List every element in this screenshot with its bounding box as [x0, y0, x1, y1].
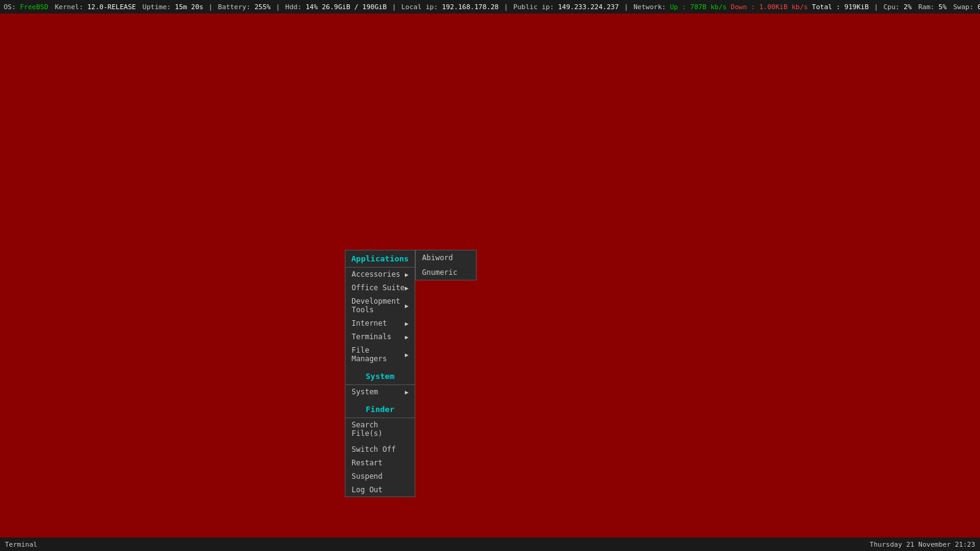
menu-item-search-files[interactable]: Search File(s) [345, 418, 415, 440]
kernel-label: Kernel: [55, 3, 83, 11]
menu-item-terminals[interactable]: Terminals ▶ [345, 330, 415, 343]
arrow-icon: ▶ [405, 320, 409, 327]
uptime-label: Uptime: [143, 3, 171, 11]
arrow-icon: ▶ [405, 389, 409, 395]
switch-off-label: Switch Off [352, 445, 396, 454]
swap-label: Swap: [953, 3, 973, 11]
localip-value: 192.168.178.28 [442, 3, 499, 11]
file-managers-label: File Managers [352, 346, 405, 363]
sep6: | [500, 3, 512, 11]
system-label: System [352, 388, 378, 396]
arrow-icon: ▶ [405, 302, 409, 309]
network-label: Network: [633, 3, 666, 11]
menu-item-accessories[interactable]: Accessories ▶ [345, 268, 415, 281]
publicip-label: Public ip: [513, 3, 554, 11]
abiword-label: Abiword [422, 253, 453, 262]
sep2 [137, 3, 141, 11]
accessories-label: Accessories [352, 270, 400, 279]
arrow-icon: ▶ [405, 271, 409, 278]
taskbar-terminal: Terminal [5, 541, 37, 549]
hdd-label: Hdd: [285, 3, 302, 11]
kernel-value: 12.0-RELEASE [87, 3, 135, 11]
development-tools-label: Development Tools [352, 297, 405, 314]
finder-header: Finder [345, 401, 415, 418]
uptime-value: 15m 20s [175, 3, 203, 11]
localip-label: Local ip: [401, 3, 438, 11]
battery-label: Battery: [218, 3, 251, 11]
ram-value: 5% [938, 3, 946, 11]
menu-item-office-suite[interactable]: Office Suite ▶ [345, 281, 415, 294]
network-up: Up : 787B kb/s [670, 3, 727, 11]
gnumeric-label: Gnumeric [422, 268, 458, 277]
menu-item-internet[interactable]: Internet ▶ [345, 317, 415, 330]
network-total: Total : 919KiB [812, 3, 869, 11]
applications-header: Applications [345, 250, 415, 267]
os-label: OS: [4, 3, 16, 11]
search-files-label: Search File(s) [352, 421, 383, 438]
submenu-accessories: Abiword Gnumeric [415, 250, 477, 280]
hdd-value: 14% 26.9GiB / 190GiB [306, 3, 386, 11]
cpu-value: 2% [903, 3, 911, 11]
publicip-value: 149.233.224.237 [558, 3, 619, 11]
menu-item-restart[interactable]: Restart [345, 456, 415, 470]
suspend-label: Suspend [352, 472, 383, 481]
taskbar: Terminal Thursday 21 November 21:23 [0, 538, 980, 551]
restart-label: Restart [352, 459, 383, 467]
internet-label: Internet [352, 319, 387, 328]
cpu-label: Cpu: [883, 3, 900, 11]
menu-item-system[interactable]: System ▶ [345, 385, 415, 399]
ram-label: Ram: [918, 3, 935, 11]
battery-value: 255% [254, 3, 271, 11]
submenu-item-gnumeric[interactable]: Gnumeric [416, 265, 476, 280]
sep4: | [272, 3, 284, 11]
menu-item-suspend[interactable]: Suspend [345, 470, 415, 483]
network-down: Down : 1.00KiB kb/s [731, 3, 808, 11]
log-out-label: Log Out [352, 485, 383, 494]
sep1 [50, 3, 54, 11]
menu-item-log-out[interactable]: Log Out [345, 483, 415, 497]
arrow-icon: ▶ [405, 334, 409, 340]
sep5: | [388, 3, 400, 11]
arrow-icon: ▶ [405, 285, 409, 291]
swap-value: 0% [978, 3, 980, 11]
sep9 [913, 3, 918, 11]
sep8: | [870, 3, 882, 11]
submenu-item-abiword[interactable]: Abiword [416, 250, 476, 265]
sep7: | [620, 3, 632, 11]
system-header: System [345, 368, 415, 384]
menu-item-switch-off[interactable]: Switch Off [345, 443, 415, 456]
terminals-label: Terminals [352, 332, 391, 341]
menu-item-development-tools[interactable]: Development Tools ▶ [345, 294, 415, 317]
taskbar-datetime: Thursday 21 November 21:23 [870, 541, 975, 549]
context-menu: Applications Accessories ▶ Office Suite … [345, 250, 415, 497]
arrow-icon: ▶ [405, 351, 409, 358]
menu-item-file-managers[interactable]: File Managers ▶ [345, 343, 415, 365]
status-bar: OS: FreeBSD Kernel: 12.0-RELEASE Uptime:… [0, 0, 980, 13]
os-value: FreeBSD [20, 3, 48, 11]
office-suite-label: Office Suite [352, 283, 405, 292]
sep3: | [205, 3, 217, 11]
sep10 [948, 3, 952, 11]
